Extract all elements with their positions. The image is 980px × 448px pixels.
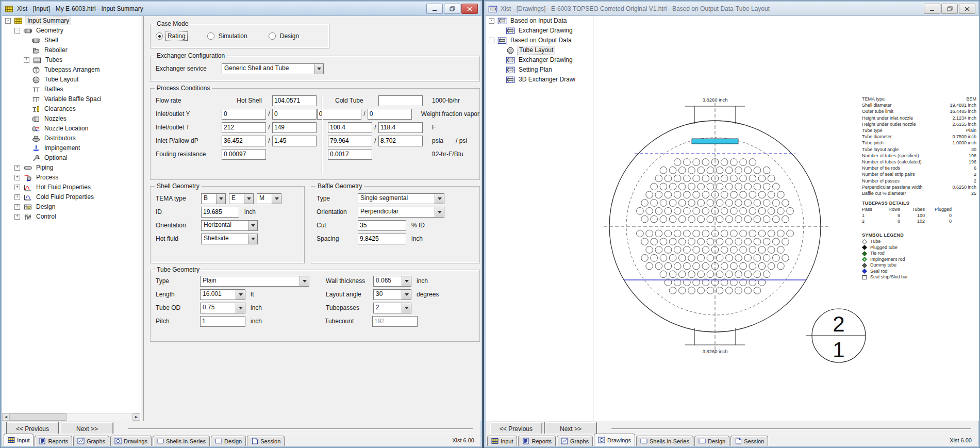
collapse-toggle-icon[interactable]: - bbox=[14, 28, 20, 34]
cold-flow-rate-field[interactable] bbox=[378, 95, 423, 106]
tab-graphs[interactable]: Graphs bbox=[73, 436, 109, 446]
layout-angle-select[interactable]: 30 bbox=[373, 289, 411, 300]
expand-toggle-icon[interactable]: + bbox=[14, 194, 20, 200]
case-mode-radio-simulation[interactable]: Simulation bbox=[207, 32, 249, 40]
case-mode-radio-rating[interactable]: Rating bbox=[156, 31, 188, 41]
tree-item-cold-fluid-properties[interactable]: +Cold Fluid Properties bbox=[2, 192, 140, 202]
radio-icon[interactable] bbox=[269, 32, 276, 40]
restore-button[interactable] bbox=[941, 4, 958, 14]
dropdown-arrow-icon[interactable] bbox=[236, 290, 245, 300]
cold-inlet-temp-field[interactable] bbox=[328, 122, 372, 133]
tab-input[interactable]: Input bbox=[4, 434, 34, 446]
baffle-orientation-select[interactable]: Perpendicular bbox=[358, 207, 444, 218]
tema-shell-select[interactable]: E bbox=[229, 193, 254, 204]
expand-toggle-icon[interactable]: + bbox=[14, 175, 20, 180]
tree-item-3d-exchanger-drawi[interactable]: 3D Exchanger Drawi bbox=[486, 75, 593, 85]
tree-item-geometry[interactable]: -Geometry bbox=[2, 26, 140, 36]
scroll-right-arrow[interactable]: ▶ bbox=[132, 413, 140, 421]
radio-icon[interactable] bbox=[207, 32, 214, 40]
tree-item-hot-fluid-properties[interactable]: +Hot Fluid Properties bbox=[2, 182, 140, 192]
dropdown-arrow-icon[interactable] bbox=[314, 64, 323, 74]
dropdown-arrow-icon[interactable] bbox=[244, 194, 253, 204]
tree-item-based-on-input-data[interactable]: -Based on Input Data bbox=[486, 16, 593, 26]
tab-drawings[interactable]: Drawings bbox=[594, 434, 635, 446]
cold-outlet-vapor-field[interactable] bbox=[368, 109, 412, 120]
cold-fouling-field[interactable] bbox=[328, 149, 372, 160]
tree-item-reboiler[interactable]: Reboiler bbox=[2, 45, 140, 55]
tab-session[interactable]: Session bbox=[730, 436, 768, 446]
dropdown-arrow-icon[interactable] bbox=[272, 194, 281, 204]
tab-reports[interactable]: Reports bbox=[35, 436, 72, 446]
shell-orientation-select[interactable]: Horizontal bbox=[201, 220, 258, 231]
tree-item-exchanger-drawing[interactable]: Exchanger Drawing bbox=[486, 55, 593, 65]
dropdown-arrow-icon[interactable] bbox=[248, 221, 257, 230]
hot-outlet-temp-field[interactable] bbox=[272, 122, 317, 133]
tree-item-design[interactable]: +Design bbox=[2, 202, 140, 212]
tree-item-impingement[interactable]: Impingement bbox=[2, 143, 140, 153]
dropdown-arrow-icon[interactable] bbox=[402, 290, 411, 300]
minimize-button[interactable] bbox=[426, 4, 443, 14]
hot-outlet-vapor-field[interactable] bbox=[272, 109, 317, 120]
tab-shells-in-series[interactable]: Shells-in-Series bbox=[153, 436, 210, 446]
close-button[interactable] bbox=[461, 4, 478, 14]
scroll-left-arrow[interactable]: ◀ bbox=[2, 413, 10, 421]
hot-fluid-select[interactable]: Shellside bbox=[201, 234, 258, 244]
tree-item-optional[interactable]: Optional bbox=[2, 153, 140, 163]
baffle-cut-field[interactable] bbox=[358, 220, 406, 231]
cold-inlet-pressure-field[interactable] bbox=[328, 136, 372, 146]
tube-type-select[interactable]: Plain bbox=[200, 276, 309, 287]
tubepasses-select[interactable]: 2 bbox=[373, 303, 411, 313]
titlebar[interactable]: Xist - [Drawings] - E-6003 TOPSEO Corret… bbox=[486, 2, 978, 16]
hot-fouling-field[interactable] bbox=[222, 149, 266, 160]
dropdown-arrow-icon[interactable] bbox=[402, 303, 411, 313]
collapse-toggle-icon[interactable]: - bbox=[489, 18, 494, 24]
cold-outlet-temp-field[interactable] bbox=[378, 122, 423, 133]
tab-graphs[interactable]: Graphs bbox=[557, 436, 593, 446]
expand-toggle-icon[interactable]: + bbox=[14, 165, 20, 171]
dropdown-arrow-icon[interactable] bbox=[300, 276, 309, 286]
dropdown-arrow-icon[interactable] bbox=[402, 276, 411, 286]
hot-inlet-pressure-field[interactable] bbox=[222, 136, 266, 146]
expand-toggle-icon[interactable]: + bbox=[14, 204, 20, 210]
tab-drawings[interactable]: Drawings bbox=[110, 436, 152, 446]
tree-item-input-summary[interactable]: -Input Summary bbox=[2, 16, 140, 26]
tema-front-select[interactable]: B bbox=[201, 193, 226, 204]
tree-item-nozzle-location[interactable]: Nozzle Location bbox=[2, 124, 140, 134]
dropdown-arrow-icon[interactable] bbox=[435, 194, 444, 204]
radio-icon[interactable] bbox=[156, 32, 163, 40]
tab-shells-in-series[interactable]: Shells-in-Series bbox=[636, 436, 693, 446]
tree-item-tube-layout[interactable]: Tube Layout bbox=[486, 45, 593, 55]
hot-allow-dp-field[interactable] bbox=[272, 136, 317, 146]
shell-id-field[interactable] bbox=[201, 207, 239, 218]
tab-session[interactable]: Session bbox=[247, 436, 285, 446]
expand-toggle-icon[interactable]: + bbox=[14, 185, 20, 190]
collapse-toggle-icon[interactable]: - bbox=[489, 38, 494, 43]
tree-item-variable-baffle-spaci[interactable]: Variable Baffle Spaci bbox=[2, 94, 140, 104]
tree-form-splitter[interactable] bbox=[140, 16, 144, 421]
close-button[interactable] bbox=[959, 4, 975, 14]
hot-inlet-vapor-field[interactable] bbox=[222, 109, 266, 120]
tab-design[interactable]: Design bbox=[694, 436, 729, 446]
tube-od-select[interactable]: 0.75 bbox=[200, 303, 245, 313]
tree-item-tubepass-arrangem[interactable]: Tubepass Arrangem bbox=[2, 65, 140, 75]
case-mode-radio-design[interactable]: Design bbox=[269, 32, 301, 40]
dropdown-arrow-icon[interactable] bbox=[435, 207, 444, 217]
tree-item-control[interactable]: +Control bbox=[2, 212, 140, 222]
tree-item-baffles[interactable]: Baffles bbox=[2, 85, 140, 94]
minimize-button[interactable] bbox=[924, 4, 940, 14]
tree-item-tube-layout[interactable]: Tube Layout bbox=[2, 75, 140, 85]
collapse-toggle-icon[interactable]: - bbox=[5, 18, 11, 24]
hot-flow-rate-field[interactable] bbox=[272, 95, 317, 106]
dropdown-arrow-icon[interactable] bbox=[236, 303, 245, 313]
tree-item-distributors[interactable]: Distributors bbox=[2, 134, 140, 143]
exchanger-service-select[interactable]: Generic Shell and Tube bbox=[222, 63, 324, 74]
tree-item-exchanger-drawing[interactable]: Exchanger Drawing bbox=[486, 26, 593, 36]
tube-pitch-field[interactable] bbox=[200, 316, 245, 327]
restore-button[interactable] bbox=[444, 4, 460, 14]
tree-item-process[interactable]: +Process bbox=[2, 173, 140, 182]
baffle-type-select[interactable]: Single segmental bbox=[358, 193, 444, 204]
titlebar[interactable]: Xist - [Input] - My E-6003.htri - Input … bbox=[2, 2, 480, 16]
tube-length-select[interactable]: 16.001 bbox=[200, 289, 245, 300]
tree-item-tubes[interactable]: +Tubes bbox=[2, 55, 140, 65]
tree-item-clearances[interactable]: Clearances bbox=[2, 104, 140, 114]
